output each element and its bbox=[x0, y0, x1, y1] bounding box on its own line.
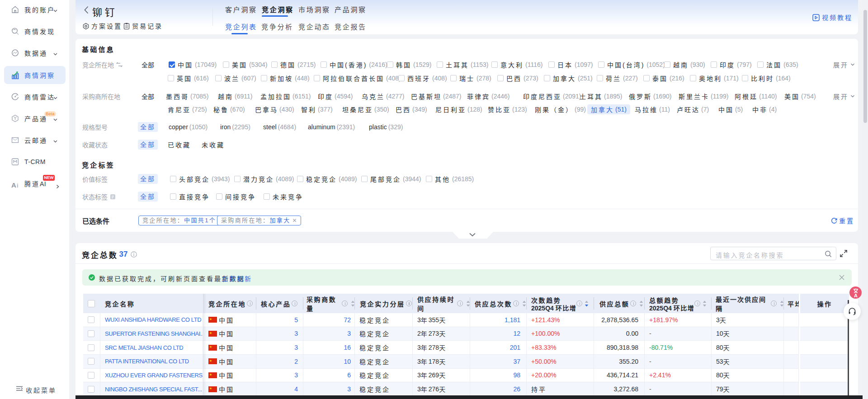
svg-text:A: A bbox=[854, 293, 858, 298]
svg-text:i: i bbox=[17, 182, 19, 189]
svg-text:A: A bbox=[11, 182, 16, 189]
